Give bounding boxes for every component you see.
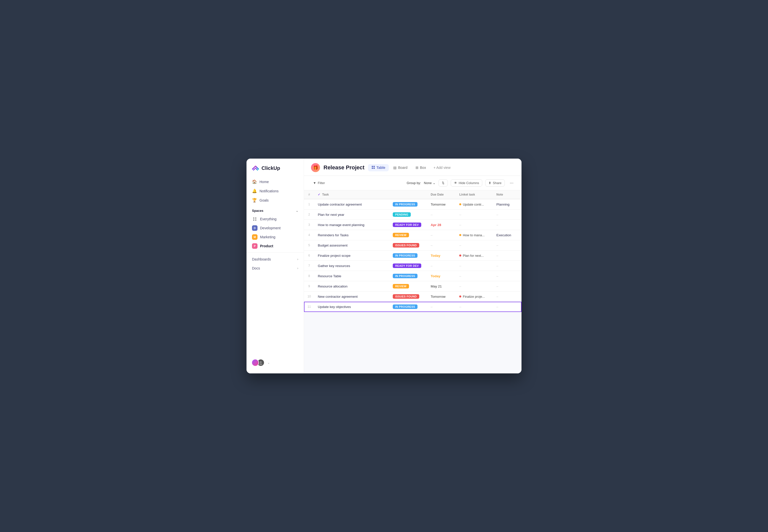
cell-task[interactable]: New contractor agreement [314,291,389,302]
sidebar-item-everything[interactable]: Everything [247,215,304,224]
cell-num: 3 [304,220,314,230]
tab-box[interactable]: ⊞ Box [412,164,429,171]
cell-status[interactable]: READY FOR DEV [389,220,427,230]
table-row[interactable]: 10New contractor agreementISSUES FOUNDTo… [304,291,521,302]
cell-task[interactable]: Resource Table [314,271,389,281]
sidebar-item-marketing[interactable]: M Marketing [247,233,304,242]
cell-num: 4 [304,230,314,240]
cell-status[interactable]: IN PROGRESS [389,251,427,261]
development-badge: D [252,225,258,231]
add-view-button[interactable]: + Add view [430,164,453,171]
clickup-logo-icon [252,164,260,172]
tab-board[interactable]: ▤ Board [390,164,411,171]
cell-num: 11 [304,302,314,312]
svg-rect-9 [374,168,375,169]
col-status [389,190,427,199]
col-note[interactable]: Note [493,190,521,199]
cell-num: 7 [304,261,314,271]
status-badge: IN PROGRESS [393,304,418,309]
cell-status[interactable]: PENDING [389,210,427,220]
cell-task[interactable]: Resource allocation [314,281,389,291]
cell-status[interactable]: IN PROGRESS [389,302,427,312]
task-name-text: Update contractor agreement [318,203,362,206]
share-button[interactable]: ⬆ Share [485,179,505,187]
app-window: ClickUp 🏠 Home 🔔 Notifications 🏆 Goals S… [247,159,521,373]
cell-status[interactable]: IN PROGRESS [389,271,427,281]
linked-dash: – [459,305,461,309]
tab-table[interactable]: Table [368,164,389,171]
cell-task[interactable]: Update contractor agreement [314,199,389,210]
sidebar-item-development[interactable]: D Development [247,224,304,233]
cell-task[interactable]: How to manage event planning [314,220,389,230]
hide-columns-button[interactable]: 👁 Hide Columns [451,179,482,187]
filter-label: Filter [318,181,325,185]
status-badge: READY FOR DEV [393,264,421,268]
table-row[interactable]: 9Resource allocationREVIEWMay 21–– [304,281,521,291]
cell-task[interactable]: Update key objectives [314,302,389,312]
col-task[interactable]: ✓ Task [314,190,389,199]
cell-task[interactable]: Reminders for Tasks [314,230,389,240]
cell-num: 9 [304,281,314,291]
cell-task[interactable]: Gather key resources [314,261,389,271]
sidebar-item-docs[interactable]: Docs › [247,264,304,273]
sidebar-item-product[interactable]: P Product [247,242,304,251]
group-by-control[interactable]: Group by: None ⌄ [407,181,435,185]
avatar-1 [252,359,259,366]
note-dash: – [496,254,498,258]
logo-text: ClickUp [262,165,280,171]
spaces-label: Spaces [252,209,264,213]
sidebar-item-home[interactable]: 🏠 Home [249,177,301,186]
table-row[interactable]: 4Reminders for TasksREVIEW–How to mana..… [304,230,521,240]
cell-task[interactable]: Plan for next year [314,210,389,220]
table-row[interactable]: 1Update contractor agreementIN PROGRESST… [304,199,521,210]
table-row[interactable]: 5Budget assessmentISSUES FOUND––– [304,240,521,251]
sidebar-item-notifications-label: Notifications [260,189,279,193]
cell-note: – [493,291,521,302]
task-name-text: Reminders for Tasks [318,233,349,237]
bell-icon: 🔔 [252,189,257,193]
due-dash: – [431,233,433,237]
cell-status[interactable]: ISSUES FOUND [389,291,427,302]
sidebar-item-notifications[interactable]: 🔔 Notifications [249,186,301,196]
linked-dash: – [459,244,461,247]
spaces-chevron-icon[interactable]: ⌄ [296,209,298,213]
filter-button[interactable]: ▼ Filter [310,180,328,186]
note-dash: – [496,305,498,309]
cell-due-date: Today [427,271,456,281]
sidebar-bottom-section: Dashboards › Docs › [247,253,304,273]
status-badge: REVIEW [393,233,409,237]
table-row[interactable]: 3How to manage event planningREADY FOR D… [304,220,521,230]
more-options-button[interactable]: ··· [508,179,515,187]
box-icon: ⊞ [415,166,418,170]
table-row[interactable]: 2Plan for next yearPENDING––– [304,210,521,220]
table-row[interactable]: 11Update key objectivesIN PROGRESS––– [304,302,521,312]
linked-task-dot [459,295,461,297]
linked-dash: – [459,284,461,288]
table-row[interactable]: 8Resource TableIN PROGRESSToday–– [304,271,521,281]
cell-status[interactable]: REVIEW [389,230,427,240]
sort-button[interactable]: ⇅ [438,179,448,187]
table-row[interactable]: 7Gather key resourcesREADY FOR DEV––– [304,261,521,271]
cell-status[interactable]: READY FOR DEV [389,261,427,271]
cell-task[interactable]: Budget assessment [314,240,389,251]
task-name-text: Resource Table [318,274,341,278]
linked-task-content: Finalize proje... [459,295,489,298]
cell-status[interactable]: ISSUES FOUND [389,240,427,251]
svg-point-5 [259,363,262,365]
spaces-list: Everything D Development M Marketing P P… [247,215,304,251]
svg-point-4 [260,361,262,363]
cell-status[interactable]: IN PROGRESS [389,199,427,210]
note-dash: – [496,264,498,268]
sidebar-item-goals[interactable]: 🏆 Goals [249,196,301,205]
project-title-row: 🎁 Release Project Table [311,163,514,172]
table-row[interactable]: 6Finalize project scopeIN PROGRESSTodayP… [304,251,521,261]
sidebar-item-dashboards[interactable]: Dashboards › [247,255,304,264]
col-linked-task[interactable]: Linket task [456,190,493,199]
cell-linked-task: Plan for next... [456,251,493,261]
cell-task[interactable]: Finalize project scope [314,251,389,261]
cell-due-date: – [427,261,456,271]
sidebar-footer[interactable]: ⌄ [247,356,304,369]
cell-status[interactable]: REVIEW [389,281,427,291]
col-due-date[interactable]: Due Date [427,190,456,199]
main-header: 🎁 Release Project Table [304,159,521,176]
